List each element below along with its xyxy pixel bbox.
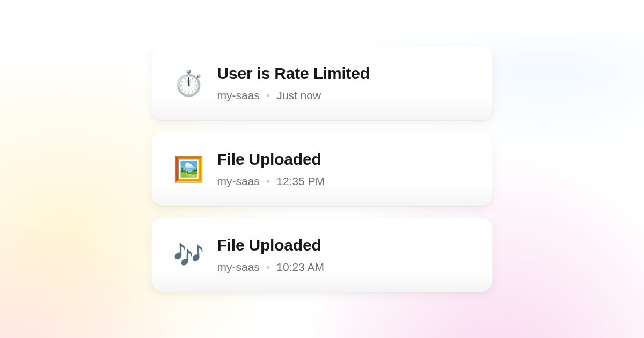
notification-body: File Uploaded my-saas • 12:35 PM	[217, 150, 325, 188]
meta-separator: •	[266, 89, 270, 102]
meta-separator: •	[266, 261, 270, 274]
stopwatch-icon: ⏱️	[173, 69, 202, 98]
notification-card[interactable]: 🖼️ File Uploaded my-saas • 12:35 PM	[152, 132, 493, 206]
notification-timestamp: Just now	[276, 89, 321, 102]
notification-card[interactable]: ⏱️ User is Rate Limited my-saas • Just n…	[152, 46, 493, 120]
notification-meta: my-saas • 10:23 AM	[217, 261, 324, 274]
meta-separator: •	[266, 175, 270, 188]
notification-project: my-saas	[217, 261, 260, 274]
notification-body: User is Rate Limited my-saas • Just now	[217, 64, 370, 102]
notification-list: ⏱️ User is Rate Limited my-saas • Just n…	[152, 46, 493, 292]
notification-title: File Uploaded	[217, 236, 324, 254]
notification-timestamp: 10:23 AM	[276, 261, 324, 274]
notification-timestamp: 12:35 PM	[276, 175, 325, 188]
notification-meta: my-saas • 12:35 PM	[217, 175, 325, 188]
notification-body: File Uploaded my-saas • 10:23 AM	[217, 236, 324, 274]
notification-title: User is Rate Limited	[217, 64, 370, 83]
notification-meta: my-saas • Just now	[217, 89, 370, 102]
notification-project: my-saas	[217, 175, 260, 188]
framed-picture-icon: 🖼️	[173, 155, 202, 183]
notification-title: File Uploaded	[217, 150, 325, 168]
music-notes-icon: 🎶	[173, 240, 202, 269]
notification-card[interactable]: 🎶 File Uploaded my-saas • 10:23 AM	[152, 218, 493, 292]
notification-project: my-saas	[217, 89, 260, 102]
